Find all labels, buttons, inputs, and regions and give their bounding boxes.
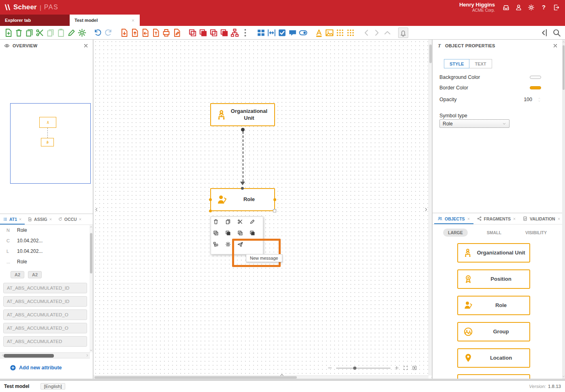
attribute-pill[interactable]: AT_ABS_ACCUMULATED_O: [3, 323, 87, 333]
model-settings-icon[interactable]: [77, 28, 87, 38]
layout-dots-icon[interactable]: [345, 28, 356, 38]
close-validation-tab-icon[interactable]: [557, 217, 561, 220]
tab-explorer[interactable]: Explorer tab: [0, 15, 70, 26]
hierarchy-icon[interactable]: [230, 28, 240, 38]
nav-up-icon[interactable]: [382, 28, 392, 38]
attribute-row[interactable]: N Role: [0, 225, 90, 235]
duplicate-icon[interactable]: [45, 28, 55, 38]
comment-icon[interactable]: [288, 28, 298, 38]
symbol-type-select[interactable]: Role: [439, 119, 510, 128]
ctx-copy-icon[interactable]: [225, 218, 231, 225]
tab-assignments[interactable]: ASSIG: [25, 214, 55, 225]
tab-large[interactable]: LARGE: [443, 229, 468, 237]
search-icon[interactable]: [552, 28, 562, 38]
canvas-vertical-scrollbar[interactable]: [429, 40, 432, 375]
scrollbar-thumb[interactable]: [4, 354, 54, 358]
collapse-bottom-icon[interactable]: [279, 372, 285, 378]
zoom-out-icon[interactable]: [327, 365, 333, 371]
close-overview-icon[interactable]: [83, 43, 89, 49]
tab-small[interactable]: SMALL: [482, 229, 506, 237]
palette-item-group[interactable]: Group: [457, 322, 530, 341]
nav-forward-icon[interactable]: [372, 28, 382, 38]
tab-visibility[interactable]: VISIBILITY: [520, 229, 552, 237]
ungroup-icon[interactable]: [198, 28, 208, 38]
attribute-pill[interactable]: AT_ABS_ACCUMULATED_ID: [3, 283, 87, 293]
tab-test-model[interactable]: Test model: [70, 15, 140, 26]
ctx-send-back-icon[interactable]: [249, 230, 256, 236]
opacity-stepper[interactable]: [537, 97, 541, 102]
group-icon[interactable]: [188, 28, 198, 38]
attribute-badge[interactable]: A2: [11, 271, 24, 278]
close-attributes-tab-icon[interactable]: [19, 218, 22, 221]
selection-handle[interactable]: [241, 187, 244, 190]
collapse-right-panel-icon[interactable]: [423, 206, 429, 213]
palette-item-location[interactable]: Location: [457, 348, 530, 368]
stepper-down-icon[interactable]: [537, 100, 541, 102]
collapse-toolbar-icon[interactable]: [539, 28, 549, 38]
fullscreen-icon[interactable]: [403, 365, 408, 371]
close-objects-tab-icon[interactable]: [467, 217, 470, 220]
resize-handle[interactable]: [273, 209, 276, 212]
pin-file-icon[interactable]: [151, 28, 161, 38]
collapse-left-panel-icon[interactable]: [94, 206, 99, 213]
help-icon[interactable]: ?: [540, 4, 548, 11]
close-occurrences-tab-icon[interactable]: [79, 218, 82, 221]
grid-view-icon[interactable]: [256, 28, 266, 38]
toggle-view-icon[interactable]: [298, 28, 308, 38]
attribute-pill[interactable]: AT_ABS_ACCUMULATED: [3, 336, 87, 347]
bring-forward-icon[interactable]: [209, 28, 219, 38]
scroll-right-icon[interactable]: [85, 354, 89, 357]
language-selector[interactable]: [English]: [41, 383, 65, 390]
export-icon[interactable]: [119, 28, 129, 38]
tab-occurrences[interactable]: OCCU: [55, 214, 85, 225]
scrollbar-thumb[interactable]: [90, 233, 92, 273]
tab-validation[interactable]: VALIDATION: [519, 213, 562, 224]
file-back-icon[interactable]: [140, 28, 150, 38]
scroll-up-icon[interactable]: [562, 40, 565, 43]
font-color-icon[interactable]: [314, 28, 324, 38]
close-fragments-tab-icon[interactable]: [513, 217, 516, 220]
diagram-canvas[interactable]: Organizational Unit Role: [94, 40, 432, 379]
inbox-icon[interactable]: [502, 4, 510, 11]
ctx-edit-icon[interactable]: [249, 218, 256, 225]
ctx-cut-icon[interactable]: [237, 218, 243, 225]
edit-icon[interactable]: [66, 28, 77, 38]
fit-width-icon[interactable]: [267, 28, 277, 38]
more-options-icon[interactable]: [240, 28, 250, 38]
selection-handle[interactable]: [209, 210, 212, 212]
layout-grid-icon[interactable]: [335, 28, 345, 38]
profile-icon[interactable]: [515, 4, 522, 11]
close-assignments-tab-icon[interactable]: [49, 218, 52, 221]
close-tab-icon[interactable]: [131, 19, 135, 22]
minimap[interactable]: [10, 103, 91, 184]
scroll-down-icon[interactable]: [90, 349, 93, 352]
tab-attributes[interactable]: AT1: [0, 214, 25, 225]
insert-image-icon[interactable]: [324, 28, 335, 38]
annotate-file-icon[interactable]: [172, 28, 182, 38]
node-organizational-unit[interactable]: Organizational Unit: [210, 103, 275, 126]
send-backward-icon[interactable]: [219, 28, 229, 38]
ctx-hierarchy-icon[interactable]: [213, 241, 219, 248]
selection-handle[interactable]: [209, 198, 212, 201]
ctx-ungroup-icon[interactable]: [225, 230, 231, 236]
attribute-pill[interactable]: AT_ABS_ACCUMULATED_O: [3, 309, 87, 320]
attribute-row[interactable]: C 10.04.202...: [0, 235, 90, 246]
scroll-down-icon[interactable]: [562, 375, 565, 378]
scrollbar-thumb[interactable]: [94, 376, 297, 379]
node-role[interactable]: Role: [210, 188, 275, 211]
tab-fragments[interactable]: FRAGMENTS: [473, 213, 520, 224]
fit-to-frame-icon[interactable]: [412, 365, 417, 371]
user-block[interactable]: Henry Higgins ACME Corp.: [459, 2, 495, 13]
palette-item-position[interactable]: Position: [457, 269, 530, 289]
zoom-slider[interactable]: [336, 368, 390, 369]
multi-select-icon[interactable]: [277, 28, 287, 38]
palette-item-partial[interactable]: [457, 374, 530, 379]
cut-icon[interactable]: [35, 28, 45, 38]
zoom-in-icon[interactable]: [394, 365, 399, 371]
palette-item-organizational-unit[interactable]: Organizational Unit: [457, 243, 530, 263]
stepper-up-icon[interactable]: [537, 97, 541, 100]
scrollbar-thumb[interactable]: [429, 44, 432, 63]
ctx-bring-front-icon[interactable]: [237, 230, 243, 236]
tab-style[interactable]: STYLE: [444, 59, 469, 68]
scroll-up-icon[interactable]: [90, 225, 93, 229]
